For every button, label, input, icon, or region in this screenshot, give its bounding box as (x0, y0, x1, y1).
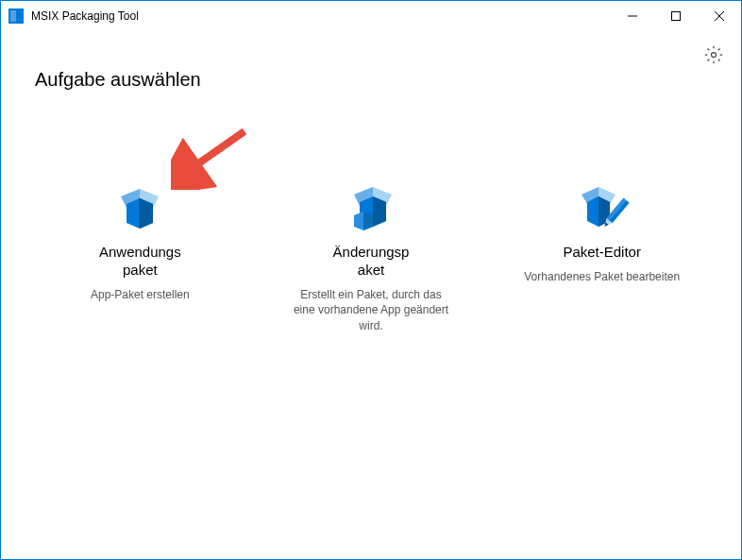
options-container: Anwendungspaket App-Paket erstellen Ände… (1, 176, 741, 334)
svg-line-25 (188, 131, 245, 171)
window-title: MSIX Packaging Tool (31, 9, 611, 23)
option-description: App-Paket erstellen (91, 287, 190, 303)
minimize-button[interactable] (611, 1, 654, 31)
minimize-icon (628, 11, 637, 21)
maximize-button[interactable] (654, 1, 698, 31)
close-icon (715, 11, 724, 21)
box-with-pencil-icon (572, 176, 632, 236)
window-controls (611, 1, 741, 31)
option-description: Erstellt ein Paket, durch das eine vorha… (289, 287, 454, 334)
option-title: Änderungspaket (333, 244, 410, 280)
titlebar: MSIX Packaging Tool (1, 1, 741, 31)
box-with-sub-box-icon (341, 176, 401, 236)
option-title: Anwendungspaket (99, 244, 181, 280)
close-button[interactable] (698, 1, 741, 31)
page-heading: Aufgabe auswählen (35, 69, 741, 91)
settings-button[interactable] (703, 44, 724, 65)
box-open-icon (110, 176, 170, 236)
svg-point-4 (712, 53, 717, 58)
option-title: Paket-Editor (563, 244, 641, 262)
gear-icon (704, 45, 723, 64)
app-icon (8, 8, 24, 24)
svg-rect-1 (672, 12, 681, 21)
option-package-editor[interactable]: Paket-Editor Vorhandenes Paket bearbeite… (519, 176, 684, 334)
option-description: Vorhandenes Paket bearbeiten (524, 269, 680, 285)
option-application-package[interactable]: Anwendungspaket App-Paket erstellen (58, 176, 223, 334)
annotation-arrow (171, 124, 246, 180)
option-modification-package[interactable]: Änderungspaket Erstellt ein Paket, durch… (289, 176, 454, 334)
maximize-icon (671, 11, 681, 21)
